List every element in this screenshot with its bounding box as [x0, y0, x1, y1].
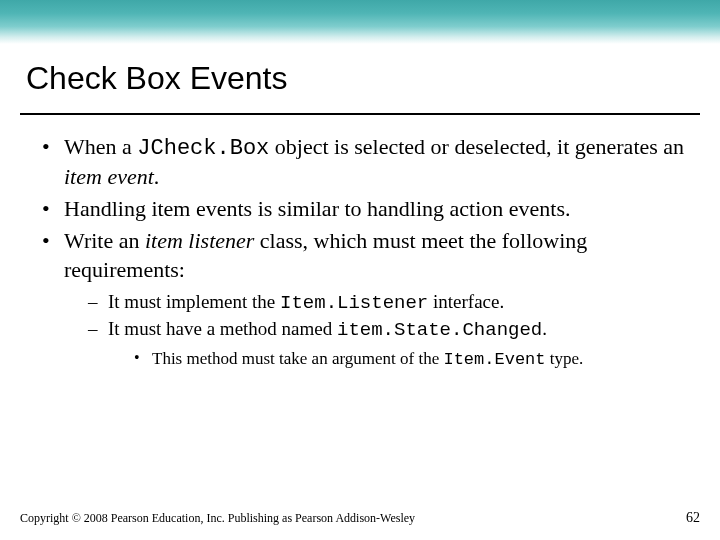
text: type. [546, 349, 584, 368]
slide-content: When a JCheck.Box object is selected or … [0, 115, 720, 371]
slide-title: Check Box Events [26, 60, 694, 97]
page-number: 62 [686, 510, 700, 526]
text: object is selected or deselected, it gen… [269, 134, 684, 159]
italic: item event [64, 164, 154, 189]
text: interface. [428, 291, 504, 312]
copyright-text: Copyright © 2008 Pearson Education, Inc.… [20, 511, 415, 526]
bullet-1: When a JCheck.Box object is selected or … [42, 133, 690, 191]
sub-sub-bullet-1: This method must take an argument of the… [134, 348, 690, 371]
text: . [154, 164, 160, 189]
code: Item.Listener [280, 292, 428, 314]
text: This method must take an argument of the [152, 349, 443, 368]
sub-list: It must implement the Item.Listener inte… [64, 290, 690, 371]
bullet-2: Handling item events is similar to handl… [42, 195, 690, 223]
text: . [542, 318, 547, 339]
bullet-list: When a JCheck.Box object is selected or … [30, 133, 690, 371]
text: When a [64, 134, 137, 159]
text: Write an [64, 228, 145, 253]
text: Handling item events is similar to handl… [64, 196, 571, 221]
italic: item listener [145, 228, 254, 253]
code: item.State.Changed [337, 319, 542, 341]
text: It must implement the [108, 291, 280, 312]
code: JCheck.Box [137, 136, 269, 161]
sub-bullet-1: It must implement the Item.Listener inte… [88, 290, 690, 315]
bullet-3: Write an item listener class, which must… [42, 227, 690, 371]
sub-bullet-2: It must have a method named item.State.C… [88, 317, 690, 371]
sub-sub-list: This method must take an argument of the… [108, 348, 690, 371]
text: It must have a method named [108, 318, 337, 339]
footer: Copyright © 2008 Pearson Education, Inc.… [20, 510, 700, 526]
header-gradient [0, 0, 720, 44]
code: Item.Event [443, 350, 545, 369]
title-area: Check Box Events [0, 44, 720, 105]
